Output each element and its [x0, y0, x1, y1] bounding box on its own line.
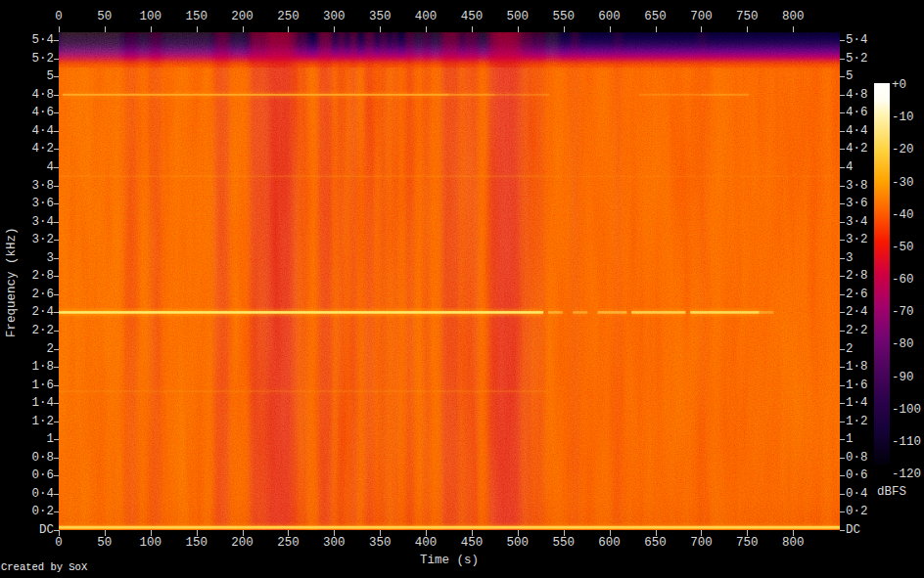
- frequency-tick-label: 5·2: [846, 52, 868, 66]
- time-tick-mark: [747, 26, 748, 32]
- frequency-tick-label: 2·6: [846, 288, 868, 301]
- frequency-tick-mark: [54, 530, 59, 531]
- frequency-tick-mark: [54, 494, 59, 495]
- colorbar-tick-label: -120: [892, 467, 921, 481]
- frequency-tick-mark: [54, 131, 59, 132]
- frequency-tick-label: 1·4: [846, 396, 868, 410]
- frequency-tick-mark: [840, 40, 845, 41]
- colorbar-unit-label: dBFS: [877, 485, 922, 499]
- colorbar-tick-label: -110: [892, 435, 921, 449]
- time-tick-label: 750: [736, 10, 759, 24]
- frequency-tick-mark: [840, 76, 845, 77]
- frequency-tick-mark: [54, 511, 59, 512]
- spectrogram-plot-area: [59, 32, 840, 530]
- tone-4.8khz: [63, 94, 449, 96]
- frequency-tick-mark: [840, 276, 845, 277]
- frequency-tick-mark: [54, 458, 59, 459]
- tone-3.9khz: [554, 176, 834, 178]
- colorbar-tick-label: -30: [892, 176, 914, 190]
- frequency-tick-mark: [54, 475, 59, 476]
- tone-3.9khz: [59, 176, 554, 178]
- time-tick-label: 600: [598, 536, 621, 551]
- frequency-tick-label: 1·4: [0, 396, 54, 410]
- frequency-tick-label: 5: [846, 69, 854, 83]
- colorbar-tick-label: -40: [892, 208, 914, 222]
- colorbar-tick-label: -70: [892, 305, 914, 319]
- frequency-tick-mark: [840, 530, 845, 531]
- time-tick-label: 650: [644, 536, 667, 551]
- frequency-tick-label: 2: [846, 342, 854, 356]
- frequency-tick-mark: [840, 422, 845, 422]
- frequency-tick-mark: [54, 403, 59, 404]
- tone-4.8khz: [701, 94, 749, 96]
- frequency-tick-mark: [54, 367, 59, 368]
- colorbar-tick-label: -60: [892, 273, 914, 287]
- time-tick-mark: [426, 26, 427, 32]
- frequency-tick-mark: [54, 258, 59, 259]
- frequency-tick-mark: [840, 294, 845, 295]
- colorbar-tick-label: -20: [892, 143, 914, 156]
- frequency-tick-mark: [54, 167, 59, 168]
- frequency-tick-label: 1·2: [846, 415, 868, 428]
- frequency-tick-mark: [840, 131, 845, 132]
- time-tick-label: 100: [140, 10, 162, 24]
- time-tick-mark: [564, 26, 565, 32]
- time-tick-mark: [380, 26, 381, 32]
- frequency-tick-mark: [54, 59, 59, 60]
- frequency-tick-mark: [840, 403, 845, 404]
- frequency-tick-mark: [840, 258, 845, 259]
- frequency-tick-label: 3·8: [0, 179, 54, 193]
- frequency-tick-label: 4·2: [846, 142, 868, 156]
- time-tick-label: 200: [231, 536, 254, 551]
- tone-2.4khz: [597, 311, 626, 314]
- time-tick-label: 400: [415, 10, 438, 24]
- frequency-tick-mark: [54, 312, 59, 313]
- frequency-tick-label: 3·6: [846, 197, 868, 210]
- tone-2.4khz: [631, 311, 685, 314]
- frequency-tick-label: 3·8: [846, 179, 868, 193]
- frequency-tick-label: 0·4: [846, 487, 868, 501]
- frequency-tick-label: 4: [0, 160, 54, 174]
- frequency-tick-label: 4·6: [0, 106, 54, 119]
- time-tick-label: 250: [277, 536, 300, 551]
- time-tick-label: 350: [369, 10, 392, 24]
- frequency-tick-mark: [840, 149, 845, 150]
- frequency-tick-mark: [54, 294, 59, 295]
- frequency-tick-mark: [54, 276, 59, 277]
- colorbar-gradient: [874, 83, 890, 465]
- frequency-tick-label: 2·8: [846, 269, 868, 283]
- colorbar-tick-label: -90: [892, 371, 914, 384]
- frequency-tick-mark: [840, 167, 845, 168]
- frequency-tick-label: 3·4: [846, 215, 868, 229]
- credit-text: Created by SoX: [1, 561, 87, 573]
- frequency-tick-mark: [54, 149, 59, 150]
- frequency-tick-mark: [54, 186, 59, 187]
- colorbar-tick-label: -80: [892, 337, 914, 351]
- time-tick-mark: [105, 26, 106, 32]
- frequency-tick-label: 1: [846, 432, 854, 446]
- frequency-tick-label: 4·8: [0, 88, 54, 102]
- frequency-tick-label: 0·2: [846, 505, 868, 518]
- time-tick-label: 700: [690, 10, 713, 24]
- time-tick-label: 500: [507, 10, 530, 24]
- frequency-tick-label: 2: [0, 342, 54, 356]
- tone-4.8khz: [494, 94, 549, 96]
- time-axis-title: Time (s): [391, 554, 508, 567]
- time-tick-label: 800: [782, 536, 805, 551]
- frequency-tick-mark: [840, 349, 845, 350]
- frequency-tick-mark: [54, 422, 59, 422]
- frequency-tick-mark: [840, 222, 845, 223]
- frequency-tick-label: 4: [846, 160, 854, 174]
- frequency-axis-title: Frequency (kHz): [5, 222, 19, 343]
- frequency-tick-label: 0·8: [846, 451, 868, 465]
- frequency-tick-label: 2·2: [846, 324, 868, 337]
- frequency-tick-mark: [840, 458, 845, 459]
- frequency-tick-label: 1·6: [846, 378, 868, 392]
- frequency-tick-label: 5·4: [0, 33, 54, 47]
- frequency-tick-mark: [840, 59, 845, 60]
- time-tick-label: 700: [690, 536, 713, 551]
- time-tick-label: 200: [231, 10, 254, 24]
- frequency-tick-label: 1: [0, 432, 54, 446]
- tone-2.4khz: [548, 311, 563, 314]
- time-tick-label: 150: [185, 10, 208, 24]
